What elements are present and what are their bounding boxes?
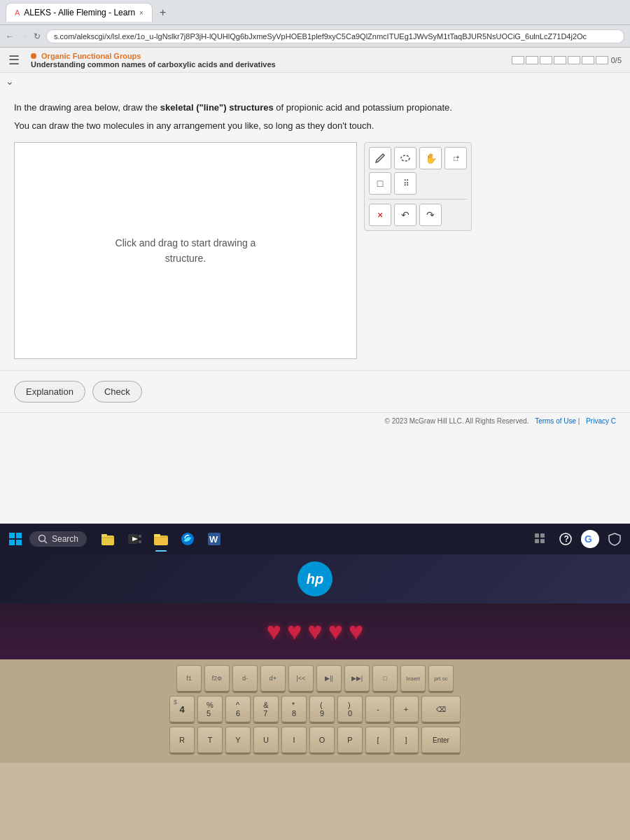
keyboard-fn-row: f1 f2⚙ d- d+ |<< ▶|| ▶▶| □ Insert prt sc — [7, 665, 623, 693]
aleks-menubar: ☰ Organic Functional Groups Understandin… — [0, 48, 630, 73]
key-5-percent[interactable]: %5 — [197, 696, 223, 724]
heart-1: ♥ — [267, 617, 281, 646]
canvas-placeholder: Click and drag to start drawing a struct… — [115, 235, 256, 267]
svg-rect-4 — [16, 540, 22, 545]
taskbar-video-icon[interactable] — [123, 528, 146, 550]
toolbar-row-2: □ ⠿ — [369, 172, 467, 195]
select-tool-button[interactable] — [394, 147, 416, 169]
key-rbracket[interactable]: ] — [393, 727, 419, 755]
delete-button[interactable]: × — [369, 204, 391, 226]
svg-rect-19 — [540, 533, 545, 538]
key-backspace[interactable]: ⌫ — [421, 696, 461, 724]
drawing-section: Click and drag to start drawing a struct… — [14, 142, 616, 359]
terms-link[interactable]: Terms of Use — [535, 417, 576, 425]
progress-box-3 — [540, 56, 552, 64]
key-f1[interactable]: f1 — [176, 665, 202, 693]
svg-text:W: W — [209, 534, 218, 545]
taskbar-security-icon[interactable] — [605, 529, 624, 549]
svg-rect-3 — [9, 540, 15, 545]
key-4-dollar[interactable]: $ 4 — [169, 696, 195, 724]
key-i[interactable]: I — [281, 727, 307, 755]
explanation-button[interactable]: Explanation — [14, 381, 85, 402]
key-f3[interactable]: d- — [232, 665, 258, 693]
svg-rect-20 — [535, 539, 539, 543]
key-o[interactable]: O — [309, 727, 335, 755]
keyboard-area: f1 f2⚙ d- d+ |<< ▶|| ▶▶| □ Insert prt sc… — [0, 659, 630, 763]
taskbar-word-icon[interactable]: W — [203, 528, 225, 550]
hamburger-menu[interactable]: ☰ — [8, 52, 20, 68]
collapse-button[interactable]: ⌄ — [0, 73, 630, 90]
key-enter[interactable]: Enter — [421, 727, 461, 755]
key-lbracket[interactable]: [ — [365, 727, 391, 755]
key-minus[interactable]: - — [365, 696, 391, 724]
hp-logo: hp — [298, 561, 332, 596]
check-button[interactable]: Check — [92, 381, 142, 402]
progress-boxes — [512, 56, 608, 64]
key-t[interactable]: T — [197, 727, 223, 755]
key-plus[interactable]: + — [393, 696, 419, 724]
redo-button[interactable]: ↷ — [419, 204, 442, 226]
reload-button[interactable]: ↻ — [34, 31, 41, 41]
windows-start-button[interactable] — [6, 529, 25, 549]
taskbar-google-icon[interactable]: G — [581, 530, 599, 548]
tab-bar: A ALEKS - Allie Fleming - Learn × + — [6, 3, 624, 22]
aleks-footer: © 2023 McGraw Hill LLC. All Rights Reser… — [0, 412, 630, 429]
taskbar-apps-icon[interactable] — [531, 529, 550, 549]
key-f8[interactable]: □ — [372, 665, 398, 693]
svg-rect-2 — [16, 533, 22, 538]
drawing-toolbar: ✋ □+ □ ⠿ × — [364, 142, 472, 231]
search-label: Search — [52, 534, 78, 544]
key-y[interactable]: Y — [225, 727, 251, 755]
key-7-amp[interactable]: &7 — [253, 696, 279, 724]
taskbar-system-icons: ? G — [531, 529, 624, 549]
key-f6[interactable]: ▶|| — [316, 665, 342, 693]
svg-rect-18 — [535, 533, 539, 538]
url-field[interactable]: s.com/alekscgi/x/lsl.exe/1o_u-lgNslkr7j8… — [46, 29, 624, 43]
toolbar-divider — [369, 199, 467, 200]
svg-text:?: ? — [564, 534, 569, 544]
forward-button[interactable]: → — [20, 31, 28, 41]
key-p[interactable]: P — [337, 727, 363, 755]
tab-close-button[interactable]: × — [139, 9, 144, 17]
content-area: In the drawing area below, draw the skel… — [0, 90, 630, 370]
svg-rect-12 — [139, 540, 141, 543]
pencil-tool-button[interactable] — [369, 147, 391, 169]
progress-bar: 0/5 — [512, 56, 622, 64]
key-6-caret[interactable]: ^6 — [225, 696, 251, 724]
toolbar-row-1: ✋ □+ — [369, 147, 467, 169]
bottom-bar: Explanation Check — [0, 370, 630, 412]
privacy-link[interactable]: Privacy C — [586, 417, 616, 425]
undo-button[interactable]: ↶ — [394, 204, 416, 226]
new-atom-button[interactable]: □+ — [444, 147, 467, 169]
drawing-canvas[interactable]: Click and drag to start drawing a struct… — [14, 142, 357, 359]
heart-3: ♥ — [307, 617, 322, 646]
svg-rect-14 — [154, 534, 160, 537]
hand-tool-button[interactable]: ✋ — [419, 147, 442, 169]
key-0-rparen[interactable]: )0 — [337, 696, 363, 724]
key-u[interactable]: U — [253, 727, 279, 755]
taskbar-edge-icon[interactable] — [176, 528, 199, 550]
heart-4: ♥ — [328, 617, 343, 646]
taskbar-filebrowser-icon[interactable] — [97, 528, 119, 550]
topic-info: Organic Functional Groups Understanding … — [31, 52, 500, 69]
grid-tool-button[interactable]: ⠿ — [394, 172, 416, 195]
taskbar-app-icons: W — [97, 528, 225, 550]
back-button[interactable]: ← — [6, 31, 14, 41]
key-8-star[interactable]: *8 — [281, 696, 307, 724]
key-f7[interactable]: ▶▶| — [344, 665, 370, 693]
key-f4[interactable]: d+ — [260, 665, 286, 693]
taskbar-folder-icon[interactable] — [150, 528, 172, 550]
key-f9[interactable]: Insert — [400, 665, 426, 693]
taskbar-help-icon[interactable]: ? — [556, 529, 575, 549]
key-f5[interactable]: |<< — [288, 665, 314, 693]
browser-chrome: A ALEKS - Allie Fleming - Learn × + — [0, 0, 630, 25]
key-f10[interactable]: prt sc — [428, 665, 454, 693]
key-9-lparen[interactable]: (9 — [309, 696, 335, 724]
active-tab[interactable]: A ALEKS - Allie Fleming - Learn × — [6, 3, 153, 22]
svg-line-6 — [45, 541, 48, 544]
square-tool-button[interactable]: □ — [369, 172, 391, 195]
key-r[interactable]: R — [169, 727, 195, 755]
key-f2[interactable]: f2⚙ — [204, 665, 230, 693]
new-tab-button[interactable]: + — [155, 5, 170, 20]
taskbar-search[interactable]: Search — [29, 531, 87, 547]
